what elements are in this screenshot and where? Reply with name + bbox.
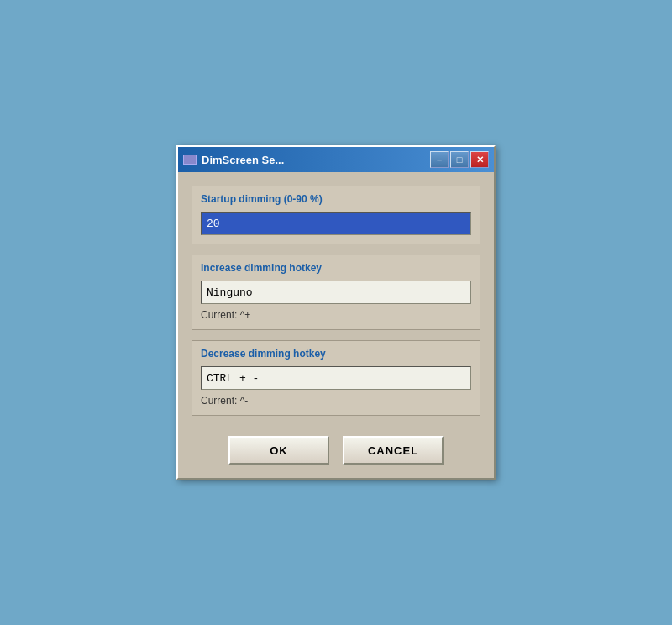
main-window: DimScreen Se... – □ ✕ Startup dimming (0… (176, 145, 496, 480)
increase-current-label: Current: ^+ (201, 309, 471, 321)
minimize-button[interactable]: – (430, 151, 449, 168)
decrease-dimming-input[interactable] (201, 366, 471, 390)
decrease-dimming-label: Decrease dimming hotkey (201, 348, 471, 360)
startup-dimming-input[interactable] (201, 212, 471, 235)
increase-dimming-group: Increase dimming hotkey Current: ^+ (192, 255, 480, 330)
increase-dimming-label: Increase dimming hotkey (201, 262, 471, 274)
window-body: Startup dimming (0-90 %) Increase dimmin… (178, 172, 494, 429)
button-row: OK CANCEL (178, 429, 494, 478)
startup-dimming-group: Startup dimming (0-90 %) (192, 186, 480, 244)
decrease-current-label: Current: ^- (201, 395, 471, 407)
maximize-button[interactable]: □ (450, 151, 469, 168)
ok-button[interactable]: OK (228, 436, 329, 465)
window-icon (183, 155, 197, 165)
increase-dimming-input[interactable] (201, 281, 471, 304)
title-bar-buttons: – □ ✕ (430, 151, 489, 168)
title-bar: DimScreen Se... – □ ✕ (178, 147, 494, 172)
startup-dimming-label: Startup dimming (0-90 %) (201, 193, 471, 205)
window-title: DimScreen Se... (202, 154, 425, 166)
decrease-dimming-group: Decrease dimming hotkey Current: ^- (192, 340, 480, 416)
cancel-button[interactable]: CANCEL (343, 436, 444, 465)
close-button[interactable]: ✕ (470, 151, 489, 168)
